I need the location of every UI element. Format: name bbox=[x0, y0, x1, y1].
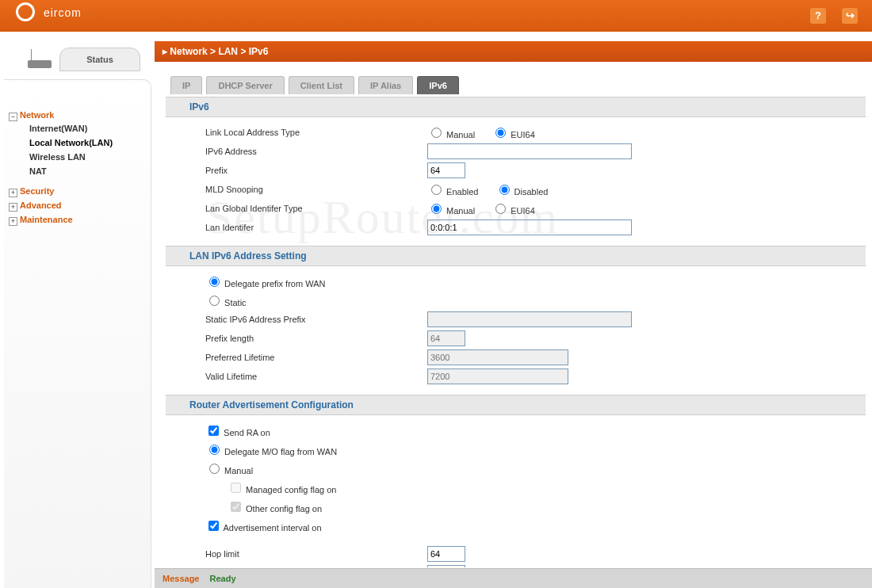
router-icon bbox=[28, 49, 55, 70]
brand-logo: eircom bbox=[16, 4, 82, 23]
label-lan-global-identifier-type: Lan Global Identifer Type bbox=[205, 204, 427, 213]
radio-lan-global-manual[interactable]: Manual bbox=[427, 206, 475, 216]
input-router-lifetime[interactable] bbox=[427, 565, 465, 567]
checkbox-send-ra-on[interactable]: Send RA on bbox=[205, 428, 270, 437]
input-preferred-lifetime[interactable] bbox=[427, 349, 568, 365]
status-bar: Message Ready bbox=[155, 568, 872, 588]
label-prefix-length: Prefix length bbox=[205, 334, 427, 343]
checkbox-managed-config-flag[interactable]: Managed config flag on bbox=[228, 485, 336, 494]
tab-ip-alias[interactable]: IP Alias bbox=[358, 76, 413, 94]
radio-mld-disabled[interactable]: Disabled bbox=[495, 187, 549, 197]
breadcrumb-seg-lan[interactable]: LAN bbox=[218, 46, 238, 57]
input-lan-identifier[interactable] bbox=[427, 220, 632, 235]
radio-delegate-mo-flag-wan[interactable]: Delegate M/O flag from WAN bbox=[205, 447, 337, 456]
label-link-local-address-type: Link Local Address Type bbox=[205, 128, 427, 137]
radio-lan-global-eui64[interactable]: EUI64 bbox=[491, 206, 535, 216]
section-header-lan-ipv6: LAN IPv6 Address Setting bbox=[166, 246, 866, 266]
tab-client-list[interactable]: Client List bbox=[289, 76, 354, 94]
logout-icon[interactable]: ↪ bbox=[842, 8, 858, 24]
sidebar-item-wireless-lan[interactable]: Wireless LAN bbox=[29, 150, 151, 164]
input-hop-limit[interactable] bbox=[427, 546, 465, 562]
help-icon[interactable]: ? bbox=[810, 8, 826, 24]
radio-link-local-eui64[interactable]: EUI64 bbox=[491, 130, 535, 139]
breadcrumb: ▸ Network > LAN > IPv6 bbox=[155, 41, 872, 62]
status-bar-status: Ready bbox=[210, 574, 236, 583]
label-prefix: Prefix bbox=[205, 166, 427, 175]
checkbox-other-config-flag[interactable]: Other config flag on bbox=[228, 504, 322, 514]
tab-bar: IP DHCP Server Client List IP Alias IPv6 bbox=[170, 76, 869, 97]
tab-ipv6[interactable]: IPv6 bbox=[417, 76, 459, 94]
label-lan-identifier: Lan Identifer bbox=[205, 223, 427, 232]
sidebar: Network Internet(WAN) Local Network(LAN)… bbox=[4, 79, 151, 588]
label-valid-lifetime: Valid Lifetime bbox=[205, 372, 427, 381]
input-prefix-length[interactable] bbox=[427, 330, 465, 346]
radio-delegate-prefix-wan[interactable]: Delegate prefix from WAN bbox=[205, 279, 325, 288]
section-header-ipv6: IPv6 bbox=[166, 97, 866, 117]
tab-ip[interactable]: IP bbox=[170, 76, 202, 94]
label-hop-limit: Hop limit bbox=[205, 549, 427, 559]
radio-mld-enabled[interactable]: Enabled bbox=[427, 187, 478, 197]
sidebar-group-maintenance[interactable]: Maintenance bbox=[9, 212, 151, 227]
sidebar-group-advanced[interactable]: Advanced bbox=[9, 198, 151, 212]
radio-static[interactable]: Static bbox=[205, 298, 247, 307]
sidebar-item-nat[interactable]: NAT bbox=[29, 164, 151, 178]
label-static-ipv6-prefix: Static IPv6 Address Prefix bbox=[205, 315, 427, 324]
status-bar-message-label: Message bbox=[163, 574, 199, 583]
radio-link-local-manual[interactable]: Manual bbox=[427, 130, 475, 139]
radio-mo-manual[interactable]: Manual bbox=[205, 466, 253, 475]
breadcrumb-seg-ipv6: IPv6 bbox=[249, 46, 269, 57]
sidebar-item-internet-wan[interactable]: Internet(WAN) bbox=[29, 121, 151, 136]
brand-text: eircom bbox=[44, 6, 82, 19]
input-prefix[interactable] bbox=[427, 162, 465, 178]
input-ipv6-address[interactable] bbox=[427, 143, 632, 159]
input-static-ipv6-prefix[interactable] bbox=[427, 311, 632, 327]
breadcrumb-seg-network[interactable]: Network bbox=[170, 46, 207, 57]
label-ipv6-address: IPv6 Address bbox=[205, 147, 427, 156]
tab-dhcp-server[interactable]: DHCP Server bbox=[206, 76, 284, 94]
label-preferred-lifetime: Preferred Lifetime bbox=[205, 353, 427, 362]
checkbox-advertisement-interval-on[interactable]: Advertisement interval on bbox=[205, 523, 322, 533]
sidebar-item-local-network-lan[interactable]: Local Network(LAN) bbox=[29, 136, 151, 150]
section-header-router-adv: Router Advertisement Configuration bbox=[166, 395, 866, 415]
main-panel: IP DHCP Server Client List IP Alias IPv6… bbox=[163, 70, 869, 567]
sidebar-group-security[interactable]: Security bbox=[9, 184, 151, 198]
sidebar-group-network[interactable]: Network Internet(WAN) Local Network(LAN)… bbox=[9, 108, 151, 184]
logo-mark-icon bbox=[16, 2, 35, 21]
label-mld-snooping: MLD Snooping bbox=[205, 185, 427, 194]
input-valid-lifetime[interactable] bbox=[427, 368, 568, 384]
status-tab[interactable]: Status bbox=[59, 48, 140, 71]
